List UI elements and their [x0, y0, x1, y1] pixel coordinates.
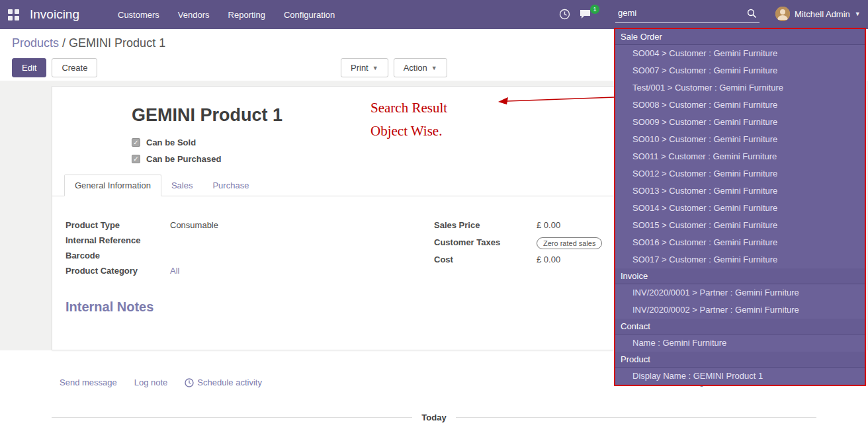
dropdown-item[interactable]: SO004 > Customer : Gemini Furniture — [615, 45, 865, 62]
field-label: Product Type — [65, 220, 170, 230]
chatter-links: Send message Log note Schedule activity — [60, 377, 262, 387]
field-label: Barcode — [65, 251, 170, 260]
dropdown-item[interactable]: SO010 > Customer : Gemini Furniture — [615, 131, 865, 148]
breadcrumb-separator: / — [62, 36, 69, 50]
tab-sales[interactable]: Sales — [161, 175, 203, 196]
messages-badge: 1 — [590, 5, 599, 14]
dropdown-item[interactable]: SO009 > Customer : Gemini Furniture — [615, 114, 865, 131]
edit-button[interactable]: Edit — [12, 58, 46, 77]
send-message-button[interactable]: Send message — [60, 377, 117, 387]
app-name[interactable]: Invoicing — [30, 7, 79, 22]
tab-general-information[interactable]: General Information — [64, 175, 161, 196]
today-label: Today — [421, 413, 446, 422]
chevron-down-icon: ▼ — [855, 11, 861, 17]
search-input[interactable] — [615, 5, 741, 21]
dropdown-item[interactable]: SO014 > Customer : Gemini Furniture — [615, 200, 865, 217]
navbar: Invoicing CustomersVendorsReportingConfi… — [0, 0, 868, 29]
nav-menu-customers[interactable]: Customers — [118, 10, 159, 20]
breadcrumb-current: GEMINI Product 1 — [69, 36, 165, 50]
search-dropdown: Sale OrderSO004 > Customer : Gemini Furn… — [614, 28, 866, 386]
field-label: Internal Reference — [65, 235, 170, 245]
annotation-arrow — [495, 91, 618, 108]
schedule-activity-button[interactable]: Schedule activity — [185, 377, 262, 387]
breadcrumb: Products / GEMINI Product 1 — [12, 36, 165, 50]
field-row: Product TypeConsumable — [65, 220, 363, 234]
field-label: Product Category — [65, 266, 170, 276]
dropdown-item[interactable]: SO011 > Customer : Gemini Furniture — [615, 148, 865, 165]
checkbox-group: ✓Can be Sold✓Can be Purchased — [132, 134, 221, 167]
checkbox-label: Can be Sold — [146, 138, 196, 147]
clock-icon — [185, 378, 194, 387]
dropdown-group-invoice: Invoice — [615, 268, 865, 284]
field-value[interactable]: All — [170, 266, 179, 276]
checkbox-row: ✓Can be Purchased — [132, 151, 221, 167]
screen: Invoicing CustomersVendorsReportingConfi… — [0, 0, 868, 435]
print-dropdown-button[interactable]: Print▼ — [341, 58, 388, 77]
product-title: GEMINI Product 1 — [132, 105, 282, 126]
checkbox-label: Can be Purchased — [146, 154, 221, 164]
search-icon[interactable] — [747, 9, 757, 19]
field-value: £ 0.00 — [537, 255, 560, 264]
dropdown-item[interactable]: SO013 > Customer : Gemini Furniture — [615, 182, 865, 200]
dropdown-item[interactable]: INV/2020/0001 > Partner : Gemini Furnitu… — [615, 284, 865, 301]
field-label: Customer Taxes — [434, 237, 537, 247]
chevron-down-icon: ▼ — [431, 65, 437, 71]
internal-notes-heading: Internal Notes — [65, 299, 153, 315]
create-button[interactable]: Create — [52, 58, 97, 77]
action-dropdown-button[interactable]: Action▼ — [394, 58, 447, 77]
chevron-down-icon: ▼ — [372, 65, 378, 71]
user-name: Mitchell Admin — [795, 9, 850, 19]
user-menu[interactable]: Mitchell Admin ▼ — [775, 7, 861, 21]
dropdown-item[interactable]: Name : Gemini Furniture — [615, 335, 865, 352]
nav-menu-configuration[interactable]: Configuration — [284, 10, 335, 20]
dropdown-item[interactable]: SO007 > Customer : Gemini Furniture — [615, 62, 865, 79]
dropdown-item[interactable]: INV/2020/0002 > Partner : Gemini Furnitu… — [615, 301, 865, 319]
annotation-text: Search Result Object Wise. — [370, 97, 447, 143]
messages-icon[interactable]: 1 — [580, 9, 592, 19]
dropdown-item[interactable]: SO016 > Customer : Gemini Furniture — [615, 234, 865, 251]
today-divider: Today — [52, 413, 816, 422]
dropdown-item[interactable]: Display Name : GEMINI Product 1 — [615, 368, 865, 385]
field-row: Product CategoryAll — [65, 266, 363, 280]
form-buttons: Edit Create — [12, 58, 97, 77]
navbar-menu: CustomersVendorsReportingConfiguration — [118, 10, 335, 20]
avatar — [775, 7, 790, 21]
search-box — [615, 5, 760, 23]
nav-menu-vendors[interactable]: Vendors — [178, 10, 210, 20]
checkbox-row: ✓Can be Sold — [132, 134, 221, 151]
dropdown-item[interactable]: SO012 > Customer : Gemini Furniture — [615, 165, 865, 182]
left-fields: Product TypeConsumableInternal Reference… — [65, 220, 363, 281]
nav-menu-reporting[interactable]: Reporting — [228, 10, 265, 20]
tab-purchase[interactable]: Purchase — [202, 175, 259, 196]
checkbox[interactable]: ✓ — [132, 155, 140, 163]
breadcrumb-parent[interactable]: Products — [12, 36, 59, 50]
activity-clock-icon[interactable] — [559, 9, 570, 20]
dropdown-group-sale-order: Sale Order — [615, 29, 865, 45]
field-value: Zero rated sales — [537, 237, 602, 249]
field-row: Internal Reference — [65, 235, 363, 249]
log-note-button[interactable]: Log note — [134, 377, 168, 387]
dropdown-group-product: Product — [615, 352, 865, 368]
dropdown-item[interactable]: SO015 > Customer : Gemini Furniture — [615, 217, 865, 234]
field-row: Barcode — [65, 251, 363, 264]
annotation-line1: Search Result — [370, 97, 447, 120]
annotation-line2: Object Wise. — [370, 120, 447, 143]
apps-grid-icon[interactable] — [8, 9, 19, 20]
dropdown-item[interactable]: SO008 > Customer : Gemini Furniture — [615, 97, 865, 114]
field-label: Sales Price — [434, 220, 537, 230]
field-value: £ 0.00 — [537, 220, 560, 230]
checkbox[interactable]: ✓ — [132, 138, 140, 147]
dropdown-item[interactable]: Test/001 > Customer : Gemini Furniture — [615, 79, 865, 97]
action-buttons: Print▼ Action▼ — [341, 58, 447, 77]
field-label: Cost — [434, 255, 537, 264]
dropdown-item[interactable]: SO017 > Customer : Gemini Furniture — [615, 251, 865, 268]
dropdown-group-contact: Contact — [615, 319, 865, 335]
field-value: Consumable — [170, 220, 218, 230]
